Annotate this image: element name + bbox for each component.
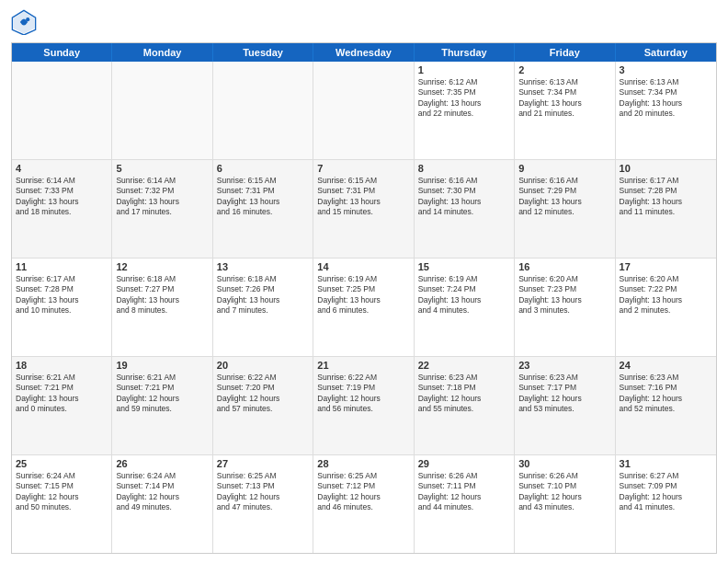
- header: [11, 9, 717, 35]
- cell-info: Sunrise: 6:19 AMSunset: 7:25 PMDaylight:…: [317, 274, 409, 316]
- week-row-3: 11Sunrise: 6:17 AMSunset: 7:28 PMDayligh…: [12, 259, 716, 357]
- header-day-thursday: Thursday: [415, 43, 515, 62]
- cal-cell: [213, 62, 313, 159]
- cal-cell: [12, 62, 112, 159]
- cal-cell: 28Sunrise: 6:25 AMSunset: 7:12 PMDayligh…: [313, 455, 414, 553]
- day-number: 3: [620, 64, 712, 75]
- cal-cell: 8Sunrise: 6:16 AMSunset: 7:30 PMDaylight…: [415, 160, 515, 258]
- calendar-body: 1Sunrise: 6:12 AMSunset: 7:35 PMDaylight…: [12, 62, 716, 553]
- day-number: 13: [217, 261, 309, 272]
- header-day-monday: Monday: [112, 43, 212, 62]
- cal-cell: 20Sunrise: 6:22 AMSunset: 7:20 PMDayligh…: [213, 357, 313, 454]
- day-number: 25: [16, 458, 108, 469]
- day-number: 21: [317, 360, 409, 371]
- cal-cell: 11Sunrise: 6:17 AMSunset: 7:28 PMDayligh…: [12, 259, 112, 356]
- header-day-friday: Friday: [515, 43, 615, 62]
- cal-cell: 18Sunrise: 6:21 AMSunset: 7:21 PMDayligh…: [12, 357, 112, 454]
- cell-info: Sunrise: 6:26 AMSunset: 7:10 PMDaylight:…: [518, 471, 610, 513]
- cell-info: Sunrise: 6:13 AMSunset: 7:34 PMDaylight:…: [518, 77, 610, 120]
- day-number: 7: [317, 163, 409, 174]
- cal-cell: 19Sunrise: 6:21 AMSunset: 7:21 PMDayligh…: [112, 357, 212, 454]
- cal-cell: 1Sunrise: 6:12 AMSunset: 7:35 PMDaylight…: [415, 62, 515, 159]
- day-number: 4: [16, 163, 108, 174]
- cell-info: Sunrise: 6:21 AMSunset: 7:21 PMDaylight:…: [16, 373, 108, 415]
- cell-info: Sunrise: 6:21 AMSunset: 7:21 PMDaylight:…: [116, 373, 208, 415]
- cell-info: Sunrise: 6:16 AMSunset: 7:30 PMDaylight:…: [418, 176, 510, 218]
- day-number: 27: [217, 458, 309, 469]
- day-number: 19: [116, 360, 208, 371]
- cal-cell: 7Sunrise: 6:15 AMSunset: 7:31 PMDaylight…: [313, 160, 414, 258]
- calendar-header: SundayMondayTuesdayWednesdayThursdayFrid…: [12, 43, 716, 62]
- logo-icon: [11, 9, 37, 35]
- cell-info: Sunrise: 6:25 AMSunset: 7:12 PMDaylight:…: [317, 471, 409, 513]
- cal-cell: 22Sunrise: 6:23 AMSunset: 7:18 PMDayligh…: [415, 357, 515, 454]
- cal-cell: 9Sunrise: 6:16 AMSunset: 7:29 PMDaylight…: [515, 160, 615, 258]
- day-number: 26: [116, 458, 208, 469]
- cal-cell: 15Sunrise: 6:19 AMSunset: 7:24 PMDayligh…: [415, 259, 515, 356]
- cell-info: Sunrise: 6:25 AMSunset: 7:13 PMDaylight:…: [217, 471, 309, 513]
- day-number: 9: [518, 163, 610, 174]
- day-number: 1: [418, 64, 510, 75]
- day-number: 30: [518, 458, 610, 469]
- cell-info: Sunrise: 6:17 AMSunset: 7:28 PMDaylight:…: [16, 274, 108, 316]
- day-number: 8: [418, 163, 510, 174]
- cell-info: Sunrise: 6:23 AMSunset: 7:16 PMDaylight:…: [620, 373, 712, 415]
- cell-info: Sunrise: 6:15 AMSunset: 7:31 PMDaylight:…: [217, 176, 309, 218]
- day-number: 16: [518, 261, 610, 272]
- header-day-wednesday: Wednesday: [313, 43, 414, 62]
- cell-info: Sunrise: 6:24 AMSunset: 7:14 PMDaylight:…: [116, 471, 208, 513]
- cal-cell: 16Sunrise: 6:20 AMSunset: 7:23 PMDayligh…: [515, 259, 615, 356]
- week-row-1: 1Sunrise: 6:12 AMSunset: 7:35 PMDaylight…: [12, 62, 716, 160]
- cal-cell: [112, 62, 212, 159]
- week-row-5: 25Sunrise: 6:24 AMSunset: 7:15 PMDayligh…: [12, 455, 716, 553]
- cell-info: Sunrise: 6:24 AMSunset: 7:15 PMDaylight:…: [16, 471, 108, 513]
- cell-info: Sunrise: 6:23 AMSunset: 7:17 PMDaylight:…: [518, 373, 610, 415]
- cal-cell: 23Sunrise: 6:23 AMSunset: 7:17 PMDayligh…: [515, 357, 615, 454]
- week-row-4: 18Sunrise: 6:21 AMSunset: 7:21 PMDayligh…: [12, 357, 716, 455]
- cell-info: Sunrise: 6:20 AMSunset: 7:22 PMDaylight:…: [620, 274, 712, 316]
- cal-cell: 30Sunrise: 6:26 AMSunset: 7:10 PMDayligh…: [515, 455, 615, 553]
- cal-cell: 17Sunrise: 6:20 AMSunset: 7:22 PMDayligh…: [616, 259, 716, 356]
- cell-info: Sunrise: 6:19 AMSunset: 7:24 PMDaylight:…: [418, 274, 510, 316]
- cal-cell: 26Sunrise: 6:24 AMSunset: 7:14 PMDayligh…: [112, 455, 212, 553]
- day-number: 2: [518, 64, 610, 75]
- cell-info: Sunrise: 6:14 AMSunset: 7:33 PMDaylight:…: [16, 176, 108, 218]
- header-day-saturday: Saturday: [616, 43, 716, 62]
- calendar: SundayMondayTuesdayWednesdayThursdayFrid…: [11, 42, 717, 554]
- cell-info: Sunrise: 6:17 AMSunset: 7:28 PMDaylight:…: [620, 176, 712, 218]
- page: SundayMondayTuesdayWednesdayThursdayFrid…: [0, 0, 728, 563]
- cell-info: Sunrise: 6:14 AMSunset: 7:32 PMDaylight:…: [116, 176, 208, 218]
- cal-cell: 13Sunrise: 6:18 AMSunset: 7:26 PMDayligh…: [213, 259, 313, 356]
- logo: [11, 9, 40, 35]
- cell-info: Sunrise: 6:23 AMSunset: 7:18 PMDaylight:…: [418, 373, 510, 415]
- header-day-sunday: Sunday: [12, 43, 112, 62]
- cal-cell: 2Sunrise: 6:13 AMSunset: 7:34 PMDaylight…: [515, 62, 615, 159]
- cal-cell: 14Sunrise: 6:19 AMSunset: 7:25 PMDayligh…: [313, 259, 414, 356]
- cal-cell: 10Sunrise: 6:17 AMSunset: 7:28 PMDayligh…: [616, 160, 716, 258]
- cell-info: Sunrise: 6:16 AMSunset: 7:29 PMDaylight:…: [518, 176, 610, 218]
- day-number: 28: [317, 458, 409, 469]
- cal-cell: 31Sunrise: 6:27 AMSunset: 7:09 PMDayligh…: [616, 455, 716, 553]
- day-number: 10: [620, 163, 712, 174]
- day-number: 29: [418, 458, 510, 469]
- day-number: 11: [16, 261, 108, 272]
- week-row-2: 4Sunrise: 6:14 AMSunset: 7:33 PMDaylight…: [12, 160, 716, 259]
- day-number: 20: [217, 360, 309, 371]
- day-number: 15: [418, 261, 510, 272]
- cell-info: Sunrise: 6:15 AMSunset: 7:31 PMDaylight:…: [317, 176, 409, 218]
- svg-point-2: [26, 17, 29, 21]
- cell-info: Sunrise: 6:18 AMSunset: 7:27 PMDaylight:…: [116, 274, 208, 316]
- cell-info: Sunrise: 6:26 AMSunset: 7:11 PMDaylight:…: [418, 471, 510, 513]
- cell-info: Sunrise: 6:20 AMSunset: 7:23 PMDaylight:…: [518, 274, 610, 316]
- day-number: 24: [620, 360, 712, 371]
- header-day-tuesday: Tuesday: [213, 43, 313, 62]
- day-number: 6: [217, 163, 309, 174]
- day-number: 18: [16, 360, 108, 371]
- cal-cell: 3Sunrise: 6:13 AMSunset: 7:34 PMDaylight…: [616, 62, 716, 159]
- day-number: 31: [620, 458, 712, 469]
- cell-info: Sunrise: 6:22 AMSunset: 7:20 PMDaylight:…: [217, 373, 309, 415]
- cell-info: Sunrise: 6:13 AMSunset: 7:34 PMDaylight:…: [620, 77, 712, 120]
- cal-cell: 27Sunrise: 6:25 AMSunset: 7:13 PMDayligh…: [213, 455, 313, 553]
- cell-info: Sunrise: 6:18 AMSunset: 7:26 PMDaylight:…: [217, 274, 309, 316]
- cal-cell: 21Sunrise: 6:22 AMSunset: 7:19 PMDayligh…: [313, 357, 414, 454]
